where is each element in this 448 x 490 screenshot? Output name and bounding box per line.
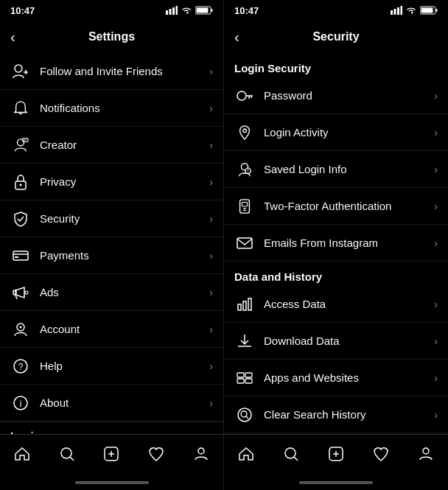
- battery-icon: [195, 6, 213, 15]
- right-wifi-icon: [405, 6, 417, 15]
- svg-rect-32: [391, 10, 393, 15]
- help-chevron: ›: [209, 360, 213, 372]
- account-icon: [10, 321, 31, 337]
- svg-rect-53: [238, 304, 241, 310]
- right-nav-search[interactable]: [269, 435, 314, 472]
- left-panel: 10:47 ‹ Settings: [0, 0, 224, 490]
- clear-search-chevron: ›: [434, 409, 438, 421]
- wifi-icon: [181, 6, 192, 15]
- help-icon: ?: [10, 359, 31, 374]
- left-nav-home[interactable]: [0, 435, 45, 472]
- svg-rect-2: [172, 7, 175, 15]
- right-back-button[interactable]: ‹: [234, 29, 239, 46]
- data-history-label: Data and History: [224, 262, 448, 286]
- menu-item-two-factor[interactable]: Two-Factor Authentication ›: [224, 188, 448, 225]
- menu-item-help[interactable]: ? Help ›: [0, 348, 223, 385]
- svg-rect-34: [397, 7, 399, 15]
- left-nav-search[interactable]: [45, 435, 90, 472]
- menu-item-about[interactable]: i About ›: [0, 385, 223, 421]
- menu-item-payments[interactable]: Payments ›: [0, 237, 223, 274]
- saved-login-chevron: ›: [434, 164, 438, 175]
- right-status-bar: 10:47: [224, 0, 448, 21]
- svg-point-65: [285, 448, 295, 458]
- left-header: ‹ Settings: [0, 21, 223, 53]
- left-nav-plus[interactable]: [89, 435, 134, 472]
- svg-rect-6: [197, 8, 209, 13]
- menu-item-notifications[interactable]: Notifications ›: [0, 90, 223, 127]
- saved-login-label: Saved Login Info: [264, 163, 434, 175]
- account-chevron: ›: [209, 323, 213, 335]
- password-label: Password: [264, 89, 434, 102]
- info-icon: i: [10, 396, 31, 410]
- megaphone-icon: [10, 285, 31, 300]
- right-header-title: Security: [312, 30, 359, 43]
- right-bottom-nav: [224, 434, 448, 475]
- svg-rect-54: [243, 301, 246, 310]
- menu-item-login-activity[interactable]: Login Activity ›: [224, 114, 448, 151]
- svg-rect-49: [242, 202, 247, 206]
- menu-item-clear-search[interactable]: Clear Search History ›: [224, 396, 448, 433]
- ads-chevron: ›: [209, 287, 213, 298]
- right-menu-list: Login Security Password › Login Activity…: [224, 53, 448, 434]
- left-time: 10:47: [10, 5, 35, 16]
- svg-rect-55: [248, 298, 251, 310]
- about-chevron: ›: [209, 397, 213, 409]
- menu-item-follow[interactable]: Follow and Invite Friends ›: [0, 53, 223, 90]
- right-time: 10:47: [234, 5, 259, 16]
- two-factor-icon: [234, 198, 255, 214]
- menu-item-access-data[interactable]: Access Data ›: [224, 286, 448, 323]
- password-chevron: ›: [434, 90, 438, 102]
- menu-item-account[interactable]: Account ›: [0, 311, 223, 348]
- menu-item-emails[interactable]: Emails From Instagram ›: [224, 225, 448, 262]
- notifications-chevron: ›: [209, 102, 213, 114]
- menu-item-saved-login[interactable]: Saved Login Info ›: [224, 151, 448, 188]
- svg-text:?: ?: [18, 362, 24, 372]
- payments-label: Payments: [40, 249, 209, 262]
- svg-text:i: i: [20, 399, 22, 409]
- left-back-button[interactable]: ‹: [10, 29, 15, 46]
- left-nav-heart[interactable]: [134, 435, 179, 472]
- menu-item-password[interactable]: Password ›: [224, 77, 448, 114]
- right-nav-profile[interactable]: [403, 435, 448, 472]
- svg-rect-35: [401, 6, 403, 15]
- svg-point-39: [237, 91, 246, 100]
- privacy-chevron: ›: [209, 176, 213, 188]
- creator-icon: [10, 138, 31, 153]
- right-signal-icon: [391, 6, 402, 15]
- right-nav-heart[interactable]: [358, 435, 403, 472]
- svg-rect-0: [166, 10, 168, 15]
- svg-rect-59: [245, 373, 252, 377]
- left-nav-profile[interactable]: [178, 435, 223, 472]
- emails-label: Emails From Instagram: [264, 237, 434, 249]
- svg-line-66: [294, 457, 298, 461]
- right-nav-home[interactable]: [224, 435, 269, 472]
- left-menu-list: Follow and Invite Friends › Notification…: [0, 53, 223, 434]
- privacy-label: Privacy: [40, 175, 209, 188]
- svg-point-43: [243, 128, 247, 132]
- two-factor-label: Two-Factor Authentication: [264, 200, 434, 212]
- svg-rect-58: [237, 373, 244, 377]
- menu-item-privacy[interactable]: Privacy ›: [0, 164, 223, 200]
- download-icon: [234, 333, 255, 349]
- svg-rect-38: [421, 8, 433, 13]
- access-data-label: Access Data: [264, 298, 434, 310]
- payments-chevron: ›: [209, 250, 213, 262]
- svg-point-31: [198, 448, 204, 454]
- right-nav-plus[interactable]: [314, 435, 359, 472]
- creator-chevron: ›: [209, 139, 213, 151]
- svg-rect-37: [436, 9, 438, 12]
- right-panel: 10:47 ‹ Security Login Se: [224, 0, 448, 490]
- left-bottom-nav: [0, 434, 223, 475]
- menu-item-ads[interactable]: Ads ›: [0, 274, 223, 311]
- svg-rect-52: [237, 238, 252, 248]
- menu-item-apps-websites[interactable]: Apps and Websites ›: [224, 360, 448, 396]
- svg-line-64: [246, 416, 248, 419]
- menu-item-security[interactable]: Security ›: [0, 200, 223, 237]
- saved-login-icon: [234, 161, 255, 178]
- two-factor-chevron: ›: [434, 200, 438, 212]
- svg-rect-1: [169, 9, 172, 15]
- key-icon: [234, 88, 255, 103]
- menu-item-download-data[interactable]: Download Data ›: [224, 323, 448, 360]
- apps-websites-chevron: ›: [434, 372, 438, 384]
- menu-item-creator[interactable]: Creator ›: [0, 127, 223, 164]
